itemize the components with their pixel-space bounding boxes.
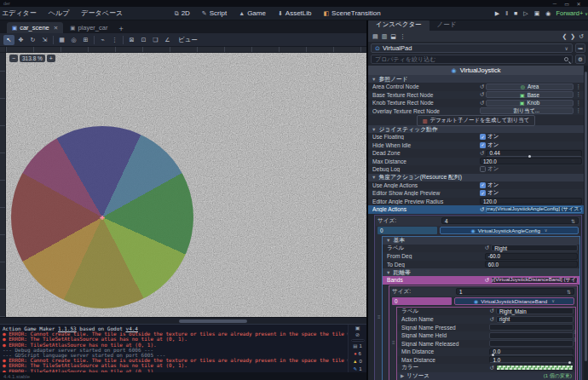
action-name-field[interactable]: right: [496, 316, 574, 323]
pivot-tool-icon[interactable]: ◎: [68, 35, 79, 45]
kebab-menu-icon[interactable]: ⋮: [575, 91, 583, 98]
checkbox-checked[interactable]: ✓: [480, 142, 486, 148]
revert-icon[interactable]: ↺: [480, 206, 484, 213]
angle-preview-radius-field[interactable]: 120.0: [480, 198, 582, 204]
select-tool-icon[interactable]: ↖: [3, 35, 14, 45]
move-tool-icon[interactable]: ✥: [15, 35, 26, 45]
revert-icon[interactable]: ↺: [489, 365, 493, 371]
workspace-scenetransition[interactable]: ◧SceneTransition: [323, 9, 380, 17]
signal-held-field[interactable]: [489, 332, 574, 339]
section-reference-nodes[interactable]: ▼ 参照ノード: [368, 75, 584, 83]
menu-help[interactable]: ヘルプ: [43, 9, 76, 18]
tab-node[interactable]: ノード: [429, 20, 464, 31]
checkbox-checked[interactable]: ✓: [480, 182, 486, 188]
load-resource-icon[interactable]: ▥: [382, 33, 388, 40]
resource-extra-icon[interactable]: ⋮: [400, 33, 406, 40]
band-label-field[interactable]: Right_Main: [496, 308, 574, 314]
workspace-script[interactable]: ✎Script: [202, 9, 227, 17]
lock-button-icon[interactable]: ⊠: [126, 35, 137, 45]
renderer-dropdown[interactable]: Forward+ ∨: [556, 9, 588, 17]
filter-messages-toggle[interactable]: ▤1: [353, 343, 362, 349]
minimize-button[interactable]: ─: [549, 1, 561, 6]
maximize-button[interactable]: ▭: [561, 1, 573, 7]
distance-band-resource-picker[interactable]: ◉ VirtualJoystickDistanceBand ∨: [454, 297, 574, 305]
property-bands-array[interactable]: Bands ↺ Array[VirtualJoystickDistanceBan…: [383, 276, 579, 285]
close-button[interactable]: ✕: [573, 1, 585, 7]
checkbox-unchecked[interactable]: [480, 166, 486, 172]
scale-tool-icon[interactable]: ⇲: [39, 35, 50, 45]
revert-icon[interactable]: ↺: [485, 277, 489, 284]
new-resource-icon[interactable]: ▤: [372, 33, 378, 40]
unlock-button-icon[interactable]: ⊡: [138, 35, 149, 45]
scene-tab-car-scene[interactable]: ▣ car_scene ✕: [7, 22, 63, 33]
play-button[interactable]: ▶: [495, 10, 499, 17]
add-scene-tab-button[interactable]: +: [114, 25, 127, 33]
zoom-out-button[interactable]: −: [9, 55, 18, 62]
pause-button[interactable]: ‖: [505, 10, 508, 16]
bands-array-value[interactable]: Array[VirtualJoystickDistanceBand] (サイズ …: [491, 277, 578, 284]
tab-inspector[interactable]: インスペクター: [368, 20, 429, 31]
snap-options-icon[interactable]: ⋮: [109, 35, 120, 45]
rotate-tool-icon[interactable]: ↻: [27, 35, 38, 45]
kebab-menu-icon[interactable]: ⋮: [575, 83, 583, 90]
kebab-menu-icon[interactable]: ⋮: [575, 100, 583, 107]
revert-icon[interactable]: ↺: [480, 100, 484, 107]
bands-size-field[interactable]: 1 ⇅: [456, 288, 574, 295]
section-angle-actions[interactable]: ▼ 角度アクション(Resource 配列): [368, 174, 584, 181]
section-basic[interactable]: ▼ 基本: [383, 237, 579, 245]
section-band-resource[interactable]: ▶ リソース (1 個の変更): [397, 372, 575, 380]
max-distance-field[interactable]: 120.0: [480, 158, 582, 164]
pan-tool-icon[interactable]: ⊞: [80, 35, 91, 45]
scene-tab-player-car[interactable]: ▣ player_car: [65, 22, 112, 33]
zoom-in-button[interactable]: +: [47, 55, 55, 62]
close-tab-icon[interactable]: ✕: [54, 25, 58, 32]
drag-handle-icon[interactable]: ≡: [392, 340, 395, 345]
revert-icon[interactable]: ↺: [485, 245, 489, 251]
signal-pressed-field[interactable]: [489, 324, 574, 331]
config-label-field[interactable]: Right: [491, 245, 578, 251]
to-deg-field[interactable]: 60.0: [485, 261, 578, 268]
stepper-icon[interactable]: ⇅: [567, 289, 571, 295]
property-angle-actions-array[interactable]: Angle Actions ↺ Array[VirtualJoystickAng…: [368, 205, 584, 214]
hscrollbar-thumb[interactable]: [179, 320, 247, 323]
history-icon[interactable]: ↺: [579, 33, 584, 40]
section-joystick-behavior[interactable]: ▼ ジョイスティック動作: [368, 125, 584, 133]
section-distance-bands[interactable]: ▼ 距離帯: [383, 268, 579, 276]
play-custom-scene-button[interactable]: ▣: [534, 10, 540, 17]
kebab-menu-icon[interactable]: ⋮: [575, 107, 583, 114]
copy-output-button[interactable]: ▣: [355, 325, 360, 331]
history-forward-icon[interactable]: ❯: [570, 33, 575, 40]
output-search-input[interactable]: [351, 339, 365, 342]
stepper-icon[interactable]: ⇅: [571, 218, 575, 224]
checkbox-checked[interactable]: ✓: [480, 134, 486, 140]
workspace-assetlib[interactable]: ⬇AssetLib: [278, 9, 312, 17]
angle-config-resource-picker[interactable]: ◉ VirtualJoystickAngleConfig ∨: [440, 227, 579, 234]
workspace-game[interactable]: ▲Game: [239, 9, 266, 17]
band-max-distance-slider[interactable]: 1.0: [489, 356, 574, 363]
checkbox-checked[interactable]: ✓: [480, 190, 486, 196]
property-filter-input[interactable]: プロパティを絞り込む: [371, 55, 573, 64]
snap-toggle-icon[interactable]: ⌁: [97, 35, 108, 45]
inspector-scrollbar[interactable]: [584, 66, 588, 380]
angle-actions-array-value[interactable]: Array[VirtualJoystickAngleConfig] (サイズ 4…: [486, 206, 582, 213]
movie-maker-button[interactable]: ◉: [545, 10, 551, 17]
dead-zone-slider[interactable]: 0.44: [486, 150, 582, 157]
viewport-canvas[interactable]: ✚ − 313.8 % +: [6, 53, 366, 317]
overlay-node-assign-button[interactable]: 割り当て...: [480, 107, 574, 114]
filter-editor-toggle[interactable]: ✎1: [354, 366, 362, 372]
array-size-field[interactable]: 4 ⇅: [441, 217, 579, 224]
signal-released-field[interactable]: [489, 340, 574, 347]
scrollbar-thumb[interactable]: [585, 72, 587, 360]
group-button-icon[interactable]: ❏: [150, 35, 161, 45]
knob-node-assign-button[interactable]: ▣ Knob: [486, 100, 573, 107]
area-node-assign-button[interactable]: ◎ Area: [486, 83, 573, 90]
history-back-icon[interactable]: ❮: [562, 33, 567, 40]
revert-icon[interactable]: ↺: [489, 316, 493, 323]
menu-database[interactable]: データベース: [75, 9, 129, 18]
revert-icon[interactable]: ↺: [480, 150, 484, 157]
revert-icon[interactable]: ↺: [480, 83, 484, 90]
element-index[interactable]: 0: [378, 227, 437, 234]
filter-warnings-toggle[interactable]: ▲0: [353, 358, 362, 365]
color-picker-swatch[interactable]: [496, 365, 574, 371]
object-extras-button[interactable]: ≔: [575, 43, 585, 53]
